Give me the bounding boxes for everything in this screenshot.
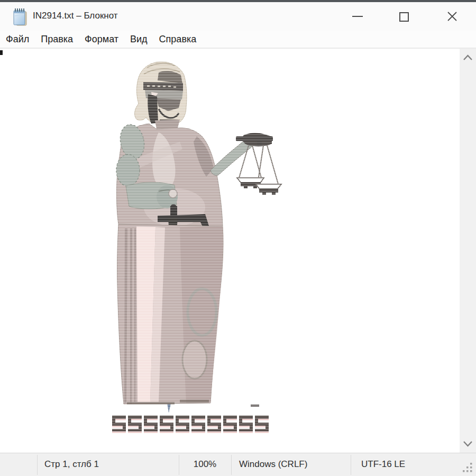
ascii-art-lady-justice [0,49,476,453]
maximize-icon [399,12,409,22]
scroll-down-button[interactable] [460,435,476,453]
notepad-window: { "window": { "title": "IN2914.txt – Бло… [0,0,476,476]
status-divider [231,455,232,475]
vertical-scrollbar[interactable] [460,49,476,453]
title-bar: IN2914.txt – Блокнот [0,2,476,31]
status-divider [351,455,351,475]
menu-bar: Файл Правка Формат Вид Справка [0,31,476,48]
window-title: IN2914.txt – Блокнот [33,11,118,21]
minimize-button[interactable] [341,2,374,31]
minimize-icon [352,16,363,17]
close-icon [447,11,457,22]
chevron-down-icon [463,440,473,447]
menu-view[interactable]: Вид [124,31,153,48]
notepad-icon [12,6,28,28]
maximize-button[interactable] [387,2,420,31]
resize-grip-icon[interactable] [462,462,473,473]
menu-format[interactable]: Формат [79,31,124,48]
menu-file[interactable]: Файл [0,31,35,48]
line-ending-status: Windows (CRLF) [239,459,307,470]
scanline-overlay [108,59,288,434]
text-editor-area[interactable] [0,49,476,453]
menu-edit[interactable]: Правка [35,31,79,48]
scroll-up-button[interactable] [460,49,476,67]
status-divider [37,455,38,475]
zoom-level-status: 100% [179,459,231,470]
encoding-status: UTF-16 LE [361,459,405,470]
status-bar: Стр 1, стлб 1 100% Windows (CRLF) UTF-16… [0,453,476,476]
cursor-position-status: Стр 1, стлб 1 [44,459,99,470]
close-button[interactable] [435,2,469,31]
chevron-up-icon [463,54,473,61]
menu-help[interactable]: Справка [153,31,203,48]
